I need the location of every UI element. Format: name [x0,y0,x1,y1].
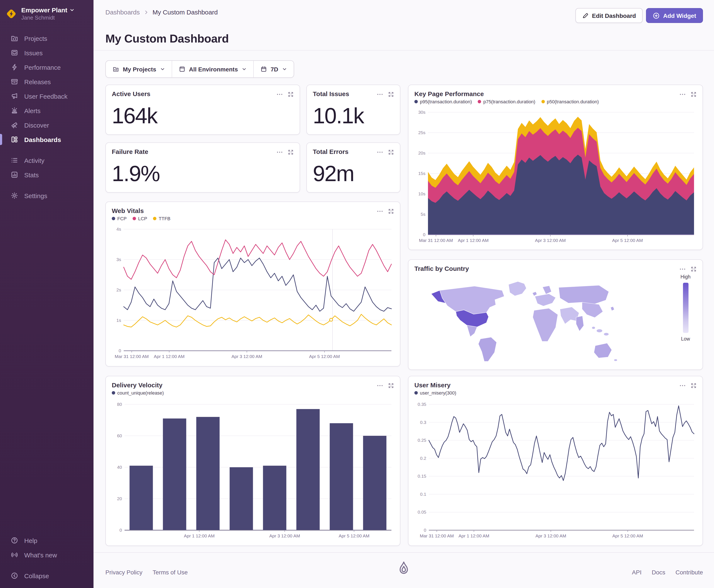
broadcast-icon [10,551,18,559]
widget-value: 92m [307,155,400,186]
sidebar-item-label: Collapse [24,572,49,579]
world-map[interactable] [420,277,658,364]
sidebar-item-help[interactable]: Help [0,533,93,548]
user-feedback-icon [10,92,18,100]
projects-filter[interactable]: My Projects [106,61,172,77]
sidebar-item-stats[interactable]: Stats [0,168,93,182]
org-name: Empower Plant [21,6,67,14]
delivery-velocity-chart[interactable]: 806040200Apr 1 12:00 AMApr 3 12:00 AMApr… [111,401,396,541]
legend-item: p75(transaction.duration) [478,99,536,104]
sidebar-item-user-feedback[interactable]: User Feedback [0,89,93,103]
docs-link[interactable]: Docs [652,569,665,576]
widget-expand-button[interactable] [288,149,294,155]
breadcrumb-dashboards-link[interactable]: Dashboards [105,8,140,16]
sidebar-item-issues[interactable]: Issues [0,45,93,60]
sidebar-item-releases[interactable]: Releases [0,75,93,89]
svg-text:0.25: 0.25 [417,438,426,443]
ellipsis-icon [679,266,686,273]
key-page-performance-chart[interactable]: 30s25s20s15s10s5s0Mar 31 12:00 AMApr 1 1… [413,109,698,246]
breadcrumb: Dashboards My Custom Dashboard [105,8,218,16]
ellipsis-icon [679,91,686,98]
privacy-policy-link[interactable]: Privacy Policy [105,569,143,576]
legend-item: count_unique(release) [112,390,164,395]
legend-dot [112,391,115,395]
sidebar-item-discover[interactable]: Discover [0,118,93,132]
expand-icon [388,91,394,97]
expand-icon [388,383,394,388]
widget-menu-button[interactable] [679,266,686,273]
widget-menu-button[interactable] [276,149,283,155]
expand-icon [388,149,394,155]
widget-expand-button[interactable] [691,383,697,388]
add-widget-button[interactable]: Add Widget [646,8,703,23]
svg-text:Mar 31 12:00 AM: Mar 31 12:00 AM [115,354,149,359]
widget-menu-button[interactable] [376,91,383,98]
ellipsis-icon [376,208,383,215]
date-range-label: 7D [271,66,278,72]
widget-value: 1.9% [106,155,300,186]
widget-key-page-performance: Key Page Performance p95(transaction.dur… [408,85,703,250]
edit-dashboard-button[interactable]: Edit Dashboard [576,8,643,23]
api-link[interactable]: API [632,569,642,576]
org-switcher[interactable]: Empower Plant Jane Schmidt [0,0,93,25]
widget-expand-button[interactable] [388,91,394,97]
sidebar-item-label: Issues [24,49,43,56]
widget-expand-button[interactable] [691,266,697,272]
widget-menu-button[interactable] [376,382,383,389]
web-vitals-chart[interactable]: 4s3s2s1s0Mar 31 12:00 AMApr 1 12:00 AMAp… [111,226,396,362]
sidebar-item-label: Help [24,537,37,544]
widget-title: Delivery Velocity [112,381,376,388]
widget-title: Total Issues [313,90,376,97]
expand-icon [388,208,394,214]
widget-value: 164k [106,98,300,128]
sidebar-item-dashboards[interactable]: Dashboards [0,132,93,147]
widget-menu-button[interactable] [679,382,686,389]
environments-icon [179,66,185,72]
svg-text:80: 80 [117,402,122,407]
widget-expand-button[interactable] [388,383,394,388]
sidebar: Empower Plant Jane Schmidt Projects Issu… [0,0,93,588]
widget-expand-button[interactable] [388,208,394,214]
svg-text:3s: 3s [116,257,121,262]
ellipsis-icon [376,382,383,389]
chart-legend: p95(transaction.duration) p75(transactio… [408,98,702,104]
widget-menu-button[interactable] [679,91,686,98]
sidebar-item-settings[interactable]: Settings [0,188,93,203]
widget-menu-button[interactable] [376,149,383,155]
svg-text:40: 40 [117,465,122,469]
widget-expand-button[interactable] [691,91,697,97]
sidebar-nav: Projects Issues Performance Releases Use… [0,31,93,147]
sidebar-item-alerts[interactable]: Alerts [0,103,93,118]
sidebar-item-activity[interactable]: Activity [0,153,93,168]
svg-text:60: 60 [117,433,122,438]
svg-text:Apr 1 12:00 AM: Apr 1 12:00 AM [459,533,490,538]
sidebar-item-whats-new[interactable]: What's new [0,548,93,562]
date-range-filter[interactable]: 7D [254,61,294,77]
widget-title: Failure Rate [112,148,276,155]
projects-icon [113,66,119,72]
widget-menu-button[interactable] [376,208,383,215]
sidebar-bottom: Help What's new Collapse [0,533,93,583]
terms-of-use-link[interactable]: Terms of Use [153,569,188,576]
svg-text:1s: 1s [116,318,121,323]
sidebar-item-label: What's new [24,551,57,559]
legend-item: p50(transaction.duration) [541,99,599,104]
svg-text:Apr 5 12:00 AM: Apr 5 12:00 AM [612,238,643,243]
contribute-link[interactable]: Contribute [675,569,703,576]
legend-dot [478,100,481,103]
legend-item: FCP [112,216,127,221]
map-legend-low: Low [677,336,694,341]
user-misery-chart[interactable]: 0.350.30.250.20.150.10.050Mar 31 12:00 A… [413,401,698,541]
svg-text:Apr 3 12:00 AM: Apr 3 12:00 AM [535,238,566,243]
environments-filter[interactable]: All Environments [172,61,254,77]
sidebar-item-projects[interactable]: Projects [0,31,93,45]
sidebar-collapse-button[interactable]: Collapse [0,568,93,583]
svg-text:15s: 15s [418,171,426,176]
user-name: Jane Schmidt [21,15,74,21]
sidebar-item-performance[interactable]: Performance [0,60,93,75]
svg-text:10s: 10s [418,191,426,196]
widget-expand-button[interactable] [288,91,294,97]
widget-expand-button[interactable] [388,149,394,155]
legend-dot [112,217,115,220]
widget-menu-button[interactable] [276,91,283,98]
